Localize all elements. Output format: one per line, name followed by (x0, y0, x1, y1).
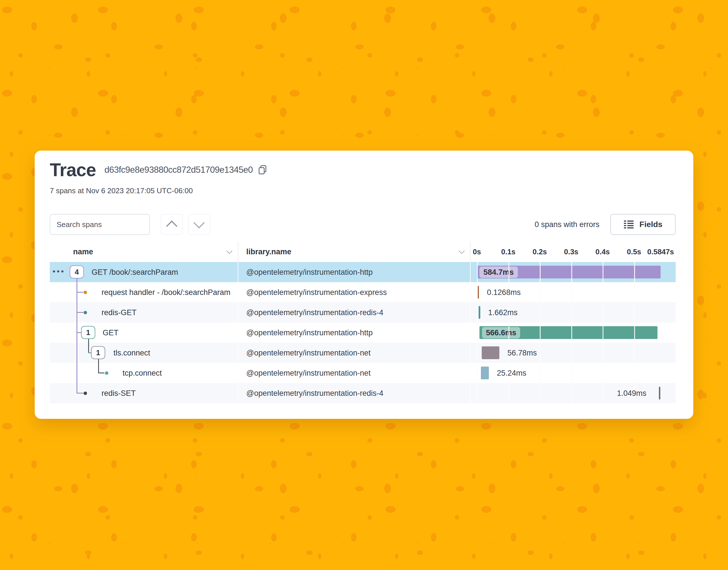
timeline-gridline (602, 262, 603, 282)
trace-panel: Trace d63fc9e8e93880cc872d51709e1345e0 7… (35, 151, 693, 419)
span-library: @opentelemetry/instrumentation-http (246, 328, 373, 337)
axis-tick: 0.1s (501, 248, 516, 256)
span-timeline: 0.1268ms (471, 282, 676, 302)
timeline-gridline (602, 322, 603, 343)
span-children-badge[interactable]: 1 (81, 326, 95, 339)
axis-tick: 0.2s (533, 248, 547, 256)
trace-subtitle: 7 spans at Nov 6 2023 20:17:05 UTC-06:00 (50, 187, 676, 195)
timeline-gridline (634, 302, 635, 322)
span-children-badge[interactable]: 4 (70, 265, 84, 278)
timeline-gridline (571, 262, 572, 282)
span-duration-chip: 584.7ms (480, 267, 518, 278)
span-row[interactable]: tcp.connect @opentelemetry/instrumentati… (50, 363, 676, 383)
span-duration-label: 1.049ms (617, 389, 647, 397)
search-input[interactable] (50, 214, 150, 235)
span-duration-label: 0.1268ms (487, 288, 521, 297)
span-kind-dot (83, 391, 87, 395)
timeline-gridline (540, 383, 541, 403)
fields-button[interactable]: Fields (610, 214, 676, 235)
next-match-button[interactable] (188, 214, 210, 235)
span-library: @opentelemetry/instrumentation-express (246, 288, 387, 297)
timeline-axis: 0s 0.1s 0.2s 0.3s 0.4s 0.5s 0.5847s (471, 242, 676, 262)
span-name: GET (103, 328, 119, 337)
column-header-library[interactable]: library.name (238, 242, 471, 262)
row-menu-icon[interactable]: ••• (53, 267, 65, 276)
timeline-gridline (634, 262, 635, 282)
span-row[interactable]: 1 GET @opentelemetry/instrumentation-htt… (50, 322, 676, 343)
span-duration-bar[interactable]: 566.6ms (480, 326, 658, 339)
timeline-gridline (477, 322, 478, 343)
chevron-down-icon[interactable] (226, 248, 232, 254)
axis-tick: 0.3s (564, 248, 578, 256)
axis-tick: 0.5s (627, 248, 641, 256)
span-library: @opentelemetry/instrumentation-http (246, 268, 373, 276)
span-name: redis-GET (102, 308, 137, 317)
axis-tick: 0.4s (595, 248, 610, 256)
timeline-gridline (540, 322, 541, 343)
timeline-gridline (634, 322, 635, 343)
timeline-gridline (571, 322, 572, 343)
span-duration-bar[interactable] (481, 366, 489, 379)
span-library: @opentelemetry/instrumentation-redis-4 (246, 308, 383, 317)
span-name: tcp.connect (123, 368, 162, 377)
timeline-gridline (540, 262, 541, 282)
fields-button-label: Fields (640, 220, 663, 229)
timeline-gridline (540, 302, 541, 322)
span-name: redis-SET (102, 389, 136, 397)
span-duration-bar[interactable]: 584.7ms (477, 266, 661, 278)
timeline-gridline (509, 383, 509, 403)
span-children-badge[interactable]: 1 (91, 346, 105, 359)
timeline-gridline (477, 343, 478, 363)
table-header: name library.name 0s 0.1s 0.2s 0.3s 0.4s… (50, 242, 676, 262)
toolbar: 0 spans with errors Fields (50, 214, 676, 235)
chevron-down-icon (193, 217, 205, 229)
timeline-gridline (477, 282, 478, 302)
span-row[interactable]: ••• 4 GET /book/:searchParam @openteleme… (50, 262, 676, 282)
span-duration-bar[interactable] (482, 346, 500, 359)
timeline-gridline (602, 282, 603, 302)
span-timeline: 566.6ms (471, 322, 676, 343)
timeline-gridline (571, 363, 572, 383)
span-name: tls.connect (114, 348, 150, 357)
timeline-gridline (571, 343, 572, 363)
axis-tick: 0s (473, 248, 481, 256)
span-timeline: 56.78ms (471, 343, 676, 363)
timeline-gridline (509, 262, 509, 282)
timeline-gridline (634, 343, 635, 363)
span-library: @opentelemetry/instrumentation-net (246, 348, 371, 357)
span-duration-chip: 566.6ms (482, 327, 520, 338)
span-row[interactable]: request handler - /book/:searchParam @op… (50, 282, 676, 302)
span-kind-dot (83, 291, 87, 294)
timeline-gridline (477, 262, 478, 282)
span-row[interactable]: redis-GET @opentelemetry/instrumentation… (50, 302, 676, 322)
error-span-count: 0 spans with errors (535, 220, 599, 229)
chevron-down-icon[interactable] (459, 248, 465, 254)
span-timeline: 1.049ms (471, 383, 676, 403)
timeline-gridline (509, 322, 509, 343)
timeline-gridline (571, 383, 572, 403)
span-duration-bar[interactable] (479, 306, 480, 319)
timeline-gridline (540, 282, 541, 302)
column-label: library.name (238, 248, 292, 256)
copy-icon[interactable] (258, 165, 267, 175)
trace-id: d63fc9e8e93880cc872d51709e1345e0 (105, 165, 253, 175)
span-kind-dot (83, 311, 87, 314)
timeline-gridline (571, 302, 572, 322)
field-list-icon (623, 220, 634, 229)
column-header-name[interactable]: name (50, 242, 238, 262)
prev-match-button[interactable] (161, 214, 183, 235)
span-duration-label: 56.78ms (507, 348, 537, 357)
timeline-gridline (477, 363, 478, 383)
timeline-gridline (634, 282, 635, 302)
span-duration-label: 1.662ms (488, 308, 518, 317)
span-name: GET /book/:searchParam (92, 268, 178, 276)
span-duration-label: 25.24ms (497, 368, 526, 377)
timeline-gridline (602, 363, 603, 383)
span-timeline: 584.7ms (471, 262, 676, 282)
span-duration-bar[interactable] (478, 286, 479, 299)
chevron-up-icon (166, 221, 177, 232)
timeline-gridline (540, 343, 541, 363)
span-row[interactable]: redis-SET @opentelemetry/instrumentation… (50, 383, 676, 403)
span-duration-bar[interactable] (659, 387, 660, 399)
span-row[interactable]: 1 tls.connect @opentelemetry/instrumenta… (50, 343, 676, 363)
